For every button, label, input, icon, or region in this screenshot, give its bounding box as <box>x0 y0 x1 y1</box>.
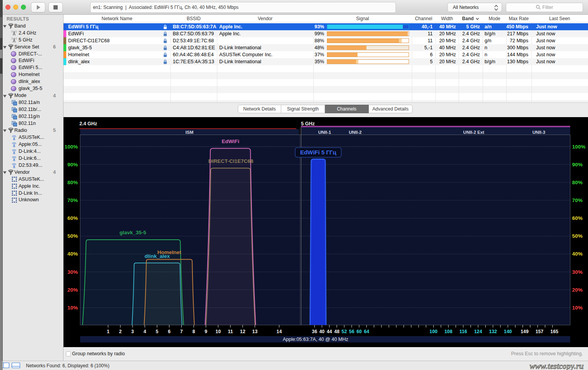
svg-text:8: 8 <box>193 329 195 334</box>
svg-text:ISM: ISM <box>186 130 193 135</box>
svg-text:1: 1 <box>107 329 110 334</box>
svg-text:80%: 80% <box>67 180 78 185</box>
svg-text:40: 40 <box>319 329 325 334</box>
svg-text:52: 52 <box>342 329 347 334</box>
svg-text:12: 12 <box>240 329 246 334</box>
svg-text:90%: 90% <box>572 162 583 168</box>
svg-text:132: 132 <box>489 329 497 334</box>
svg-text:20%: 20% <box>67 287 78 293</box>
svg-text:140: 140 <box>504 329 512 334</box>
svg-text:UNII-3: UNII-3 <box>532 130 545 135</box>
svg-text:glavk_35-5: glavk_35-5 <box>119 230 146 235</box>
svg-text:165: 165 <box>550 329 559 334</box>
svg-text:UNII-2 Ext: UNII-2 Ext <box>463 130 484 135</box>
svg-text:60: 60 <box>356 329 362 334</box>
svg-text:7: 7 <box>180 329 183 334</box>
svg-text:50%: 50% <box>572 233 583 239</box>
svg-text:5 GHz: 5 GHz <box>301 121 315 126</box>
svg-text:10%: 10% <box>572 305 583 311</box>
svg-text:20%: 20% <box>572 287 583 293</box>
svg-text:56: 56 <box>349 329 354 334</box>
svg-text:70%: 70% <box>572 197 583 203</box>
svg-text:11: 11 <box>228 329 233 334</box>
svg-text:48: 48 <box>334 329 340 334</box>
svg-text:5: 5 <box>156 329 158 334</box>
svg-text:13: 13 <box>252 329 258 334</box>
svg-text:60%: 60% <box>67 215 78 221</box>
svg-text:157: 157 <box>535 329 543 334</box>
svg-text:30%: 30% <box>67 269 78 275</box>
svg-text:2.4 GHz: 2.4 GHz <box>79 121 97 126</box>
svg-text:10%: 10% <box>67 305 78 311</box>
svg-text:40%: 40% <box>67 251 78 257</box>
svg-text:UNII-2: UNII-2 <box>349 130 361 135</box>
svg-text:90%: 90% <box>67 162 78 168</box>
svg-text:70%: 70% <box>67 197 78 203</box>
svg-text:60%: 60% <box>572 215 583 221</box>
svg-text:40%: 40% <box>572 251 583 257</box>
svg-text:9: 9 <box>205 329 207 334</box>
svg-text:UNII-1: UNII-1 <box>318 130 331 135</box>
svg-text:4: 4 <box>143 329 146 334</box>
svg-text:100: 100 <box>430 329 438 334</box>
svg-text:100%: 100% <box>572 144 586 150</box>
svg-text:100%: 100% <box>64 144 78 150</box>
svg-text:14: 14 <box>277 329 282 334</box>
svg-text:64: 64 <box>364 329 369 334</box>
svg-text:Apple:05:63:7A, 40 @ 40 MHz: Apple:05:63:7A, 40 @ 40 MHz <box>283 337 348 342</box>
svg-text:36: 36 <box>312 329 317 334</box>
svg-text:80%: 80% <box>572 180 583 185</box>
svg-text:HomeInet: HomeInet <box>157 249 181 255</box>
svg-text:30%: 30% <box>572 269 583 275</box>
svg-text:50%: 50% <box>67 233 78 239</box>
svg-text:149: 149 <box>521 329 529 334</box>
svg-text:10: 10 <box>215 329 221 334</box>
svg-text:44: 44 <box>327 329 332 334</box>
svg-text:DIRECT-Cl1E7C68: DIRECT-Cl1E7C68 <box>208 158 254 164</box>
svg-text:116: 116 <box>459 329 467 334</box>
svg-text:2: 2 <box>119 329 122 334</box>
svg-text:124: 124 <box>474 329 482 334</box>
svg-text:6: 6 <box>168 329 170 334</box>
svg-text:108: 108 <box>444 329 452 334</box>
svg-text:EdWiFi: EdWiFi <box>222 138 239 144</box>
svg-text:EdWiFi 5 ГГц: EdWiFi 5 ГГц <box>300 149 337 156</box>
svg-text:3: 3 <box>131 329 134 334</box>
